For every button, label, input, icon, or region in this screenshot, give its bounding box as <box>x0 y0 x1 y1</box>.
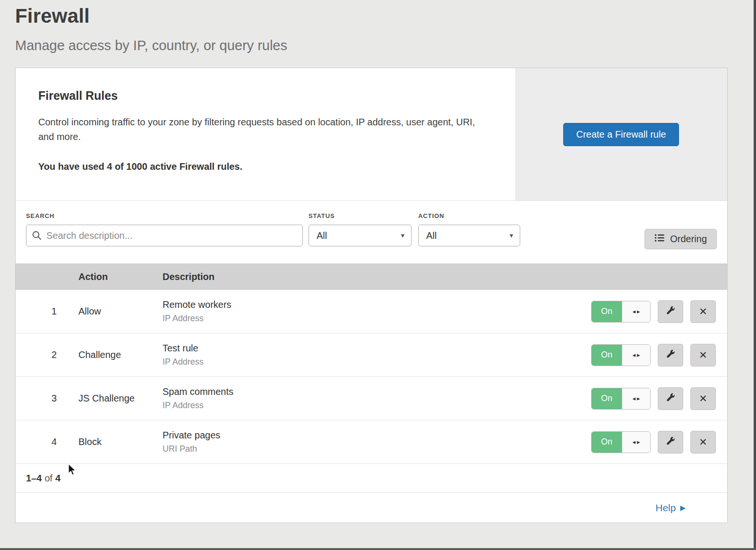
wrench-icon <box>665 306 676 317</box>
rule-enabled-toggle[interactable]: On ◂▸ <box>591 431 651 453</box>
column-header-description: Description <box>163 271 585 282</box>
edit-rule-button[interactable] <box>658 300 683 323</box>
table-row: 1 Allow Remote workers IP Address On ◂▸ … <box>16 290 727 333</box>
delete-rule-button[interactable]: ✕ <box>690 387 716 410</box>
firewall-rules-card: Firewall Rules Control incoming traffic … <box>15 68 728 523</box>
toggle-handle-icon[interactable]: ◂▸ <box>622 345 650 366</box>
rule-description: Remote workers <box>163 299 585 310</box>
chevron-down-icon: ▾ <box>509 231 513 240</box>
rules-description: Control incoming traffic to your zone by… <box>38 115 487 144</box>
close-icon: ✕ <box>699 306 707 317</box>
status-group: STATUS All ▾ <box>309 212 412 246</box>
delete-rule-button[interactable]: ✕ <box>690 300 716 323</box>
rule-enabled-toggle[interactable]: On ◂▸ <box>591 301 651 323</box>
column-header-action: Action <box>78 271 163 282</box>
toggle-handle-icon[interactable]: ◂▸ <box>622 301 650 322</box>
search-icon <box>32 230 42 243</box>
pagination-total: 4 <box>55 473 60 484</box>
search-group: SEARCH <box>26 212 303 246</box>
rule-description-cell: Test rule IP Address <box>163 343 585 367</box>
rule-action: Block <box>78 437 163 447</box>
ordering-button-label: Ordering <box>670 234 707 244</box>
action-label: ACTION <box>418 212 520 219</box>
rule-description-cell: Private pages URI Path <box>163 430 585 454</box>
rule-number: 3 <box>16 393 78 404</box>
table-row: 4 Block Private pages URI Path On ◂▸ ✕ <box>16 420 727 464</box>
rule-description: Private pages <box>163 430 585 441</box>
rules-table-header: Action Description <box>16 263 727 290</box>
status-dropdown[interactable]: All ▾ <box>309 225 412 246</box>
rule-description-cell: Remote workers IP Address <box>163 299 585 323</box>
chevron-down-icon: ▾ <box>401 231 404 240</box>
close-icon: ✕ <box>699 349 707 361</box>
filter-bar: SEARCH STATUS All ▾ ACTION All ▾ <box>16 201 727 263</box>
pagination: 1–4 of 4 <box>16 464 727 492</box>
rule-description: Test rule <box>163 343 585 354</box>
toggle-state-label: On <box>592 432 622 453</box>
pagination-of: of <box>44 473 52 484</box>
toggle-state-label: On <box>592 388 622 409</box>
pagination-range: 1–4 <box>26 473 42 484</box>
rules-heading: Firewall Rules <box>38 89 492 103</box>
rule-enabled-toggle[interactable]: On ◂▸ <box>591 344 651 366</box>
wrench-icon <box>665 349 676 361</box>
window-edge-right <box>754 0 756 550</box>
delete-rule-button[interactable]: ✕ <box>690 344 716 367</box>
wrench-icon <box>665 393 676 404</box>
help-arrow-icon: ▶ <box>680 504 686 512</box>
rule-description: Spam comments <box>163 386 585 397</box>
close-icon: ✕ <box>699 437 707 448</box>
rule-number: 1 <box>16 306 78 317</box>
ordering-button[interactable]: Ordering <box>644 229 717 249</box>
toggle-handle-icon[interactable]: ◂▸ <box>622 432 650 453</box>
edit-rule-button[interactable] <box>658 431 683 454</box>
close-icon: ✕ <box>699 393 707 404</box>
delete-rule-button[interactable]: ✕ <box>690 431 716 454</box>
toggle-state-label: On <box>592 345 622 366</box>
rule-type: IP Address <box>163 401 585 410</box>
rules-usage-count: You have used 4 of 1000 active Firewall … <box>38 161 492 172</box>
rule-number: 4 <box>16 437 78 447</box>
card-footer: Help ▶ <box>16 492 727 523</box>
rule-action: JS Challenge <box>78 393 163 404</box>
status-label: STATUS <box>309 212 412 219</box>
create-firewall-rule-button[interactable]: Create a Firewall rule <box>563 123 679 146</box>
rule-enabled-toggle[interactable]: On ◂▸ <box>591 388 651 410</box>
table-row: 2 Challenge Test rule IP Address On ◂▸ ✕ <box>16 333 727 377</box>
table-row: 3 JS Challenge Spam comments IP Address … <box>16 377 727 420</box>
rule-description-cell: Spam comments IP Address <box>163 386 585 410</box>
wrench-icon <box>665 436 676 448</box>
window-edge-bottom <box>0 548 756 550</box>
edit-rule-button[interactable] <box>658 344 683 367</box>
toggle-state-label: On <box>592 301 622 322</box>
edit-rule-button[interactable] <box>658 387 683 410</box>
rule-number: 2 <box>16 349 78 360</box>
page-subtitle: Manage access by IP, country, or query r… <box>15 38 756 53</box>
help-link-label: Help <box>655 502 676 514</box>
page-header: Firewall Manage access by IP, country, o… <box>0 0 756 53</box>
card-intro-text: Firewall Rules Control incoming traffic … <box>16 68 515 201</box>
action-dropdown-value: All <box>426 230 437 241</box>
ordering-icon <box>654 234 665 244</box>
action-dropdown[interactable]: All ▾ <box>418 225 520 246</box>
card-intro-aside: Create a Firewall rule <box>515 68 727 201</box>
action-group: ACTION All ▾ <box>418 212 520 246</box>
rule-action: Challenge <box>78 349 163 360</box>
rule-type: IP Address <box>163 314 585 323</box>
rule-type: URI Path <box>163 444 585 454</box>
rule-type: IP Address <box>163 357 585 367</box>
toggle-handle-icon[interactable]: ◂▸ <box>622 388 650 409</box>
help-link[interactable]: Help ▶ <box>655 502 686 514</box>
status-dropdown-value: All <box>317 230 327 241</box>
page-title: Firewall <box>15 5 756 27</box>
search-label: SEARCH <box>26 212 303 219</box>
rule-action: Allow <box>78 306 163 317</box>
search-input[interactable] <box>26 225 303 246</box>
card-intro-section: Firewall Rules Control incoming traffic … <box>16 68 727 201</box>
